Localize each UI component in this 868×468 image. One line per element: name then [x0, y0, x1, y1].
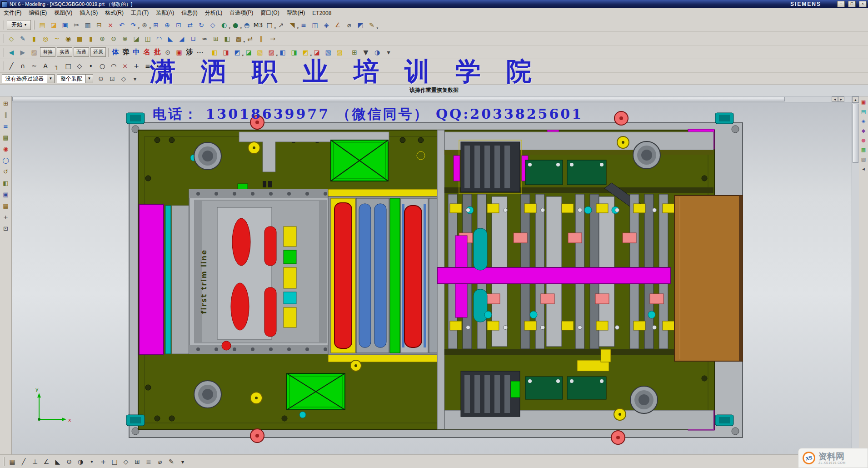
hd3d-tool-icon[interactable]: ◉ — [1, 144, 11, 154]
undo-icon[interactable]: ↶ — [116, 20, 127, 30]
visualization-icon[interactable]: ◈ — [321, 20, 332, 30]
menu-assemblies[interactable]: 装配(A) — [152, 8, 178, 18]
materials-icon[interactable]: ◧ — [1, 178, 11, 188]
assembly-cube-icon[interactable]: ◨ — [220, 47, 231, 57]
dimension-icon[interactable]: ↔ — [154, 60, 165, 71]
ellipsis-icon[interactable]: ⋯ — [195, 47, 205, 57]
control-point-snap-icon[interactable]: ∠ — [41, 456, 52, 467]
text-icon[interactable]: A — [40, 60, 51, 71]
cut-icon[interactable]: ✂ — [71, 20, 82, 30]
strip-guide-section[interactable]: first trim line — [189, 189, 332, 354]
ray-traced-icon[interactable]: ◆ — [859, 126, 868, 135]
point-on-surface-snap-icon[interactable]: □ — [109, 456, 120, 467]
constraint-navigator-icon[interactable]: ∥ — [1, 110, 11, 120]
view-layout-icon[interactable]: ◫ — [309, 20, 320, 30]
assembly-cube-icon[interactable]: ◩ — [300, 47, 311, 57]
pattern-icon[interactable]: ⊞ — [210, 33, 221, 44]
assembly-cube-icon[interactable]: ◩ — [232, 47, 243, 57]
start-button[interactable]: 开始 ▾ — [7, 20, 31, 30]
more-snap-icon[interactable]: ▾ — [177, 456, 188, 467]
chamfer-icon[interactable]: ◣ — [165, 33, 176, 44]
transform-icon[interactable]: ◥ — [287, 20, 298, 30]
filter-tool-icon[interactable]: ▼ — [360, 47, 371, 57]
revolve-icon[interactable]: ◎ — [40, 33, 51, 44]
pan-icon[interactable]: ⇄ — [185, 20, 195, 30]
selection-more-icon[interactable]: ▾ — [130, 73, 140, 84]
end-point-snap-icon[interactable]: ╱ — [18, 456, 29, 467]
rectangle-icon[interactable]: □ — [63, 60, 74, 71]
assembly-icon[interactable]: ▩ — [233, 33, 244, 44]
scroll-right-button[interactable]: ► — [838, 96, 844, 102]
graphics-window[interactable]: first trim line — [12, 96, 852, 454]
face-analysis-icon[interactable]: ▤ — [859, 107, 868, 116]
menu-format[interactable]: 格式(R) — [101, 8, 127, 18]
menu-window[interactable]: 窗口(O) — [257, 8, 283, 18]
point-icon[interactable]: • — [85, 60, 96, 71]
system-scene-icon[interactable]: ⊡ — [1, 223, 11, 233]
selection-filter-combo[interactable]: 没有选择过滤器 ▼ — [2, 74, 55, 83]
cylinder-icon[interactable]: ▮ — [85, 33, 96, 44]
lifting-box-bottom[interactable] — [287, 373, 345, 410]
studio-render-icon[interactable]: ◈ — [859, 117, 868, 125]
wave-link-icon[interactable]: → — [267, 33, 278, 44]
small-target-icon[interactable]: ⊙ — [162, 47, 173, 57]
process-studio-icon[interactable]: ▣ — [1, 189, 11, 199]
scene-icon[interactable]: ● — [859, 136, 868, 144]
arc-icon[interactable]: ∩ — [17, 60, 28, 71]
menu-help[interactable]: 帮助(H) — [283, 8, 309, 18]
paste-icon[interactable]: ⊟ — [94, 20, 105, 30]
toolbar-grip[interactable] — [3, 48, 4, 57]
shaded-view-icon[interactable]: ◐ — [219, 20, 229, 30]
cad-model-canvas[interactable]: first trim line — [12, 96, 852, 454]
boolean-subtract-icon[interactable]: ⊖ — [108, 33, 119, 44]
horizontal-scrollbar[interactable]: ◄ ► — [12, 96, 852, 102]
intersection-snap-icon[interactable]: ◣ — [52, 456, 63, 467]
minimize-button[interactable]: － — [837, 1, 845, 7]
assembly-cube-icon[interactable]: ◨ — [289, 47, 299, 57]
diameter-icon[interactable]: ⌀ — [155, 456, 165, 467]
assembly-cube-icon[interactable]: ◪ — [311, 47, 322, 57]
snap-icon[interactable]: ∠ — [332, 20, 343, 30]
sweep-icon[interactable]: ~ — [51, 33, 62, 44]
scroll-up-button[interactable]: ▲ — [852, 96, 859, 103]
collapse-arrow-icon[interactable]: ◂ — [859, 165, 868, 173]
split-body-icon[interactable]: ◫ — [142, 33, 153, 44]
bounded-plane-icon[interactable]: ⊞ — [132, 456, 143, 467]
delete-icon[interactable]: × — [105, 20, 116, 30]
refresh-wedge-icon[interactable]: ◀ — [6, 47, 17, 57]
maximize-button[interactable]: □ — [848, 1, 856, 7]
solid-translucency-chip[interactable]: 实透 — [57, 47, 72, 57]
trim-body-icon[interactable]: ◪ — [131, 33, 142, 44]
zoom-window-icon[interactable]: ⊡ — [173, 20, 184, 30]
datum-plane-icon[interactable]: ◇ — [6, 33, 17, 44]
copy-icon[interactable]: ▥ — [82, 20, 93, 30]
stage-icon[interactable]: ▦ — [859, 146, 868, 154]
annotation-icon[interactable]: ✎ — [166, 456, 177, 467]
body-char-button[interactable]: 体 — [110, 47, 120, 57]
boolean-unite-icon[interactable]: ⊕ — [97, 33, 108, 44]
pattern-tool-icon[interactable]: ⊞ — [349, 47, 360, 57]
brown-block[interactable] — [674, 196, 743, 361]
toolbar-grip[interactable] — [3, 61, 4, 70]
red-block-icon[interactable]: ▣ — [174, 47, 185, 57]
menu-et2008[interactable]: ET2008 — [309, 9, 335, 17]
assembly-navigator-icon[interactable]: ⊞ — [1, 98, 11, 108]
assembly-cube-icon[interactable]: ▧ — [254, 47, 265, 57]
perspective-icon[interactable]: ◇ — [207, 20, 218, 30]
layer-icon[interactable]: ≡ — [143, 456, 154, 467]
measure-icon[interactable]: ⌀ — [344, 20, 354, 30]
menu-view[interactable]: 视图(V) — [50, 8, 76, 18]
rotate-view-icon[interactable]: ↻ — [196, 20, 207, 30]
spline-icon[interactable]: ~ — [29, 60, 40, 71]
quadrant-snap-icon[interactable]: ◑ — [75, 456, 86, 467]
snap-point-toggle-icon[interactable]: ⊙ — [95, 73, 106, 84]
layer-settings-icon[interactable]: ≡ — [298, 20, 309, 30]
section-icon[interactable]: ◩ — [355, 20, 366, 30]
constraint-icon[interactable]: ∥ — [256, 33, 267, 44]
extrude-icon[interactable]: ▮ — [29, 33, 40, 44]
brush-icon[interactable]: ▨ — [29, 47, 40, 57]
material-icon[interactable]: ▧ — [859, 155, 868, 163]
grid-snap-icon[interactable]: ▦ — [7, 456, 18, 467]
hole-icon[interactable]: ◉ — [63, 33, 74, 44]
assembly-cube-icon[interactable]: ◪ — [243, 47, 254, 57]
